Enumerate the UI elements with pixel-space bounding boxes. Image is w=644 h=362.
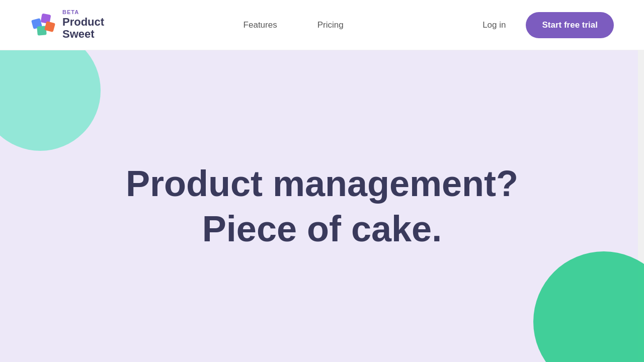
hero-text: Product management? Piece of cake. <box>126 161 518 251</box>
logo-text: BETA Product Sweet <box>62 10 104 40</box>
navbar: BETA Product Sweet Features Pricing Log … <box>0 0 644 50</box>
nav-right: Log in Start free trial <box>482 12 614 38</box>
decorative-circle-bottomright <box>533 251 644 362</box>
logo-name: Product Sweet <box>62 16 104 40</box>
login-link[interactable]: Log in <box>482 20 506 30</box>
nav-features-link[interactable]: Features <box>244 20 277 30</box>
nav-links: Features Pricing <box>244 20 344 30</box>
hero-section: Product management? Piece of cake. <box>0 50 644 362</box>
logo-link[interactable]: BETA Product Sweet <box>30 10 104 40</box>
beta-badge: BETA <box>62 10 104 15</box>
decorative-circle-topleft <box>0 50 101 151</box>
start-free-trial-button[interactable]: Start free trial <box>526 12 614 38</box>
nav-pricing-link[interactable]: Pricing <box>317 20 344 30</box>
logo-icon <box>30 12 56 38</box>
hero-heading: Product management? Piece of cake. <box>126 161 518 251</box>
